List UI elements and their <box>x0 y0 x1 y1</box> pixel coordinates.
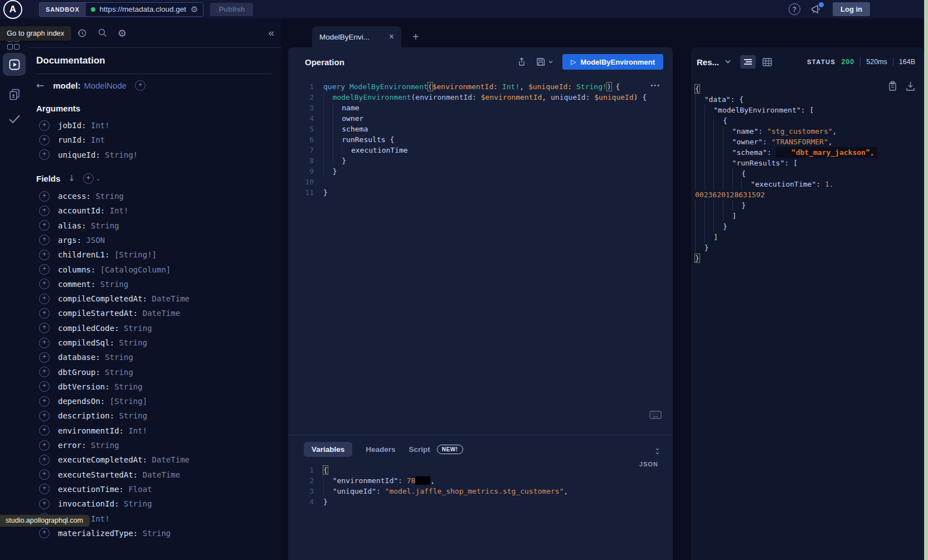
add-field-plus-icon[interactable]: + <box>39 191 50 202</box>
code-line[interactable]: 3name <box>288 103 673 113</box>
add-field-plus-icon[interactable]: + <box>39 484 50 494</box>
field-row[interactable]: +environmentId: Int! <box>36 423 271 438</box>
schema-nav-item[interactable] <box>6 85 23 103</box>
field-row[interactable]: +comment: String <box>36 277 271 291</box>
code-line[interactable]: 6runResults { <box>288 134 673 145</box>
code-line[interactable]: 3"uniqueId": "model.jaffle_shop_metrics.… <box>288 486 673 496</box>
share-icon[interactable] <box>517 57 527 67</box>
add-field-plus-icon[interactable]: + <box>39 220 50 231</box>
code-line[interactable]: "data": { <box>695 94 922 105</box>
code-line[interactable]: 5schema <box>288 124 673 134</box>
add-field-plus-icon[interactable]: + <box>39 396 50 407</box>
add-field-plus-icon[interactable]: + <box>39 469 50 480</box>
code-line[interactable]: { <box>695 115 922 126</box>
add-field-plus-icon[interactable]: + <box>39 411 50 421</box>
code-line[interactable]: 10 <box>288 177 673 187</box>
code-line[interactable]: 2modelByEnvironment(environmentId: $envi… <box>288 92 673 103</box>
code-line[interactable]: } <box>695 221 922 232</box>
publish-button[interactable]: Publish <box>210 3 253 16</box>
tab-script[interactable]: Script <box>409 442 430 457</box>
variables-editor[interactable]: 1{2"environmentId": 78,3"uniqueId": "mod… <box>288 457 673 507</box>
field-row[interactable]: +dbtVersion: String <box>36 379 271 394</box>
help-icon[interactable]: ? <box>789 3 800 15</box>
add-field-plus-icon[interactable]: + <box>39 235 50 245</box>
field-row[interactable]: +compileStartedAt: DateTime <box>36 306 271 320</box>
field-row[interactable]: +dbtGroup: String <box>36 364 271 379</box>
field-row[interactable]: +columns: [CatalogColumn] <box>36 262 271 276</box>
code-line[interactable]: "executionTime": 1. <box>695 179 922 189</box>
collapse-panel-icon[interactable]: « <box>268 27 281 39</box>
argument-row[interactable]: +runId: Int <box>36 133 271 147</box>
code-line[interactable]: 7executionTime <box>288 145 673 155</box>
history-icon[interactable] <box>76 27 88 38</box>
add-field-plus-icon[interactable]: + <box>39 323 50 333</box>
code-line[interactable]: "runResults": [ <box>695 158 922 168</box>
code-line[interactable]: ] <box>695 232 922 242</box>
code-line[interactable]: 0023620128631592 <box>695 189 922 200</box>
field-row[interactable]: +description: String <box>36 408 271 423</box>
code-line[interactable]: ] <box>695 211 922 221</box>
code-line[interactable]: "name": "stg_customers", <box>695 126 922 137</box>
type-name-link[interactable]: ModelNode <box>84 81 127 90</box>
field-row[interactable]: +args: JSON <box>36 233 271 247</box>
field-row[interactable]: +executeStartedAt: DateTime <box>36 468 271 482</box>
add-field-plus-icon[interactable]: + <box>39 338 50 348</box>
field-row[interactable]: +dependsOn: [String] <box>36 394 271 408</box>
sort-fields-icon[interactable]: ↓ <box>68 173 75 183</box>
raw-view-button[interactable] <box>740 55 756 69</box>
add-field-plus-icon[interactable]: + <box>39 149 50 160</box>
add-field-plus-icon[interactable]: + <box>39 381 50 392</box>
code-line[interactable]: 2"environmentId": 78, <box>288 475 673 486</box>
code-line[interactable]: "owner": "TRANSFORMER", <box>695 137 922 147</box>
field-row[interactable]: +error: String <box>36 438 271 452</box>
add-field-plus-icon[interactable]: + <box>39 499 50 509</box>
code-line[interactable]: { <box>695 84 922 94</box>
add-field-plus-icon[interactable]: + <box>39 294 50 304</box>
add-all-fields-button[interactable]: + ⌄ <box>83 173 100 184</box>
argument-row[interactable]: +uniqueId: String! <box>36 148 271 162</box>
field-row[interactable]: +materializedType: String <box>36 526 271 540</box>
back-arrow-icon[interactable]: ← <box>36 80 44 91</box>
add-field-plus-icon[interactable]: + <box>39 425 50 436</box>
operation-editor[interactable]: 1query ModelByEnvironment($environmentId… <box>288 76 673 198</box>
search-icon[interactable] <box>97 27 108 38</box>
field-row[interactable]: +childrenL1: [String!] <box>36 247 271 262</box>
field-row[interactable]: +invocationId: String <box>36 496 271 511</box>
code-line[interactable]: } <box>695 242 922 253</box>
explorer-nav-item[interactable] <box>3 53 26 76</box>
code-line[interactable]: "schema": “dbt_mary_jackson”, <box>695 147 922 158</box>
add-field-plus-icon[interactable]: + <box>39 440 50 451</box>
field-row[interactable]: +access: String <box>36 189 271 203</box>
code-line[interactable]: } <box>695 200 922 211</box>
editor-more-menu[interactable]: ••• <box>650 82 660 89</box>
field-row[interactable]: +alias: String <box>36 218 271 232</box>
code-line[interactable]: } <box>695 253 922 264</box>
add-field-plus-icon[interactable]: + <box>39 528 50 538</box>
code-line[interactable]: 8} <box>288 155 673 166</box>
field-row[interactable]: +executeCompletedAt: DateTime <box>36 452 271 467</box>
save-operation-button[interactable] <box>536 57 553 67</box>
run-operation-button[interactable]: ▷ ModelByEnvironment <box>562 54 663 70</box>
field-row[interactable]: +accountId: Int! <box>36 203 271 218</box>
add-field-plus-icon[interactable]: + <box>39 206 50 216</box>
announcements-megaphone-icon[interactable] <box>810 4 823 15</box>
add-field-button[interactable]: + <box>135 80 145 91</box>
code-line[interactable]: "modelByEnvironment": [ <box>695 105 922 115</box>
close-tab-icon[interactable]: × <box>389 32 394 42</box>
endpoint-settings-gear-icon[interactable]: ⚙ <box>191 4 198 14</box>
add-field-plus-icon[interactable]: + <box>39 352 50 363</box>
code-line[interactable]: 4owner <box>288 113 673 124</box>
endpoint-url-input[interactable]: https://metadata.cloud.get ⚙ <box>86 3 203 16</box>
field-row[interactable]: +compileCompletedAt: DateTime <box>36 291 271 306</box>
field-row[interactable]: +compiledCode: String <box>36 321 271 335</box>
table-view-button[interactable] <box>761 55 773 69</box>
code-line[interactable]: 9} <box>288 166 673 177</box>
field-row[interactable]: +database: String <box>36 350 271 364</box>
add-field-plus-icon[interactable]: + <box>39 135 50 145</box>
add-field-plus-icon[interactable]: + <box>39 264 50 275</box>
add-field-plus-icon[interactable]: + <box>39 120 50 131</box>
add-field-plus-icon[interactable]: + <box>39 308 50 319</box>
operation-tab[interactable]: ModelByEnvi... × <box>312 26 401 47</box>
tab-headers[interactable]: Headers <box>366 442 395 457</box>
doc-settings-gear-icon[interactable]: ⚙ <box>118 27 127 39</box>
